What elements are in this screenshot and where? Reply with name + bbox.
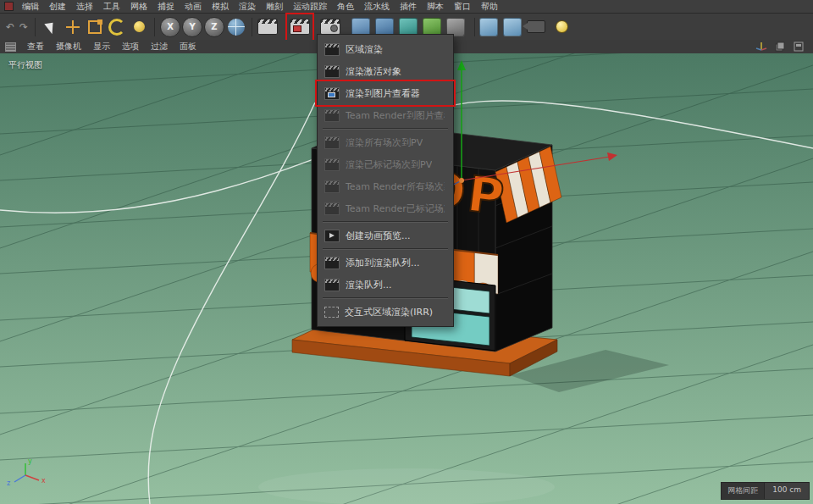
menu-help[interactable]: 帮助	[476, 1, 503, 13]
svg-text:x: x	[41, 477, 46, 485]
clapper-icon	[324, 202, 340, 215]
menu-item-teamrender-all-takes-pv[interactable]: Team Render所有场次到PV	[318, 175, 453, 197]
menu-item-add-to-render-queue[interactable]: 添加到渲染队列...	[318, 252, 453, 274]
menu-tools[interactable]: 工具	[98, 1, 125, 13]
clapper-icon	[324, 43, 340, 56]
x-axis-lock-button[interactable]: X	[160, 17, 180, 37]
render-dropdown-menu: 区域渲染 渲染激活对象 渲染到图片查看器 Team Render到图片查看器 渲…	[317, 34, 454, 327]
clapper-icon	[324, 279, 340, 291]
viewport-axis-gizmo-icon[interactable]	[755, 42, 767, 52]
clapper-icon	[324, 257, 340, 269]
watermark	[258, 468, 555, 504]
menu-mesh[interactable]: 网格	[125, 1, 152, 13]
menu-item-render-marked-takes-pv[interactable]: 渲染已标记场次到PV	[318, 153, 453, 175]
menu-window[interactable]: 窗口	[449, 1, 476, 13]
viewport-menu-options[interactable]: 选项	[116, 41, 145, 53]
viewport-maximize-icon[interactable]	[793, 42, 805, 52]
render-view-icon[interactable]	[257, 16, 279, 38]
world-axis-indicator: y x z	[7, 457, 46, 487]
menu-separator	[323, 221, 448, 223]
app-logo-icon	[4, 2, 14, 11]
menu-item-interactive-region-render[interactable]: 交互式区域渲染(IRR)	[318, 301, 453, 323]
toolbar-separator	[474, 18, 475, 36]
camera-icon[interactable]	[527, 20, 545, 33]
last-tool-icon[interactable]	[128, 16, 150, 38]
menu-select[interactable]: 选择	[71, 1, 98, 13]
viewport-corner-controls	[755, 42, 813, 52]
move-tool-icon[interactable]	[62, 16, 84, 38]
menu-pipeline[interactable]: 流水线	[359, 1, 395, 13]
clapper-icon	[324, 109, 340, 122]
clapper-picture-icon	[324, 87, 340, 100]
floor-icon[interactable]	[503, 18, 522, 36]
toolbar-separator	[154, 18, 155, 36]
viewport-menu-cameras[interactable]: 摄像机	[50, 41, 87, 53]
svg-text:z: z	[7, 479, 10, 487]
play-preview-icon	[324, 230, 340, 242]
grid-spacing-status: 网格间距 100 cm	[721, 482, 810, 500]
viewport-menu-filter[interactable]: 过滤	[145, 41, 174, 53]
menu-motion-tracker[interactable]: 运动跟踪	[288, 1, 332, 13]
viewport-menu-view[interactable]: 查看	[21, 41, 50, 53]
clapper-icon	[324, 180, 340, 193]
menu-sculpt[interactable]: 雕刻	[261, 1, 288, 13]
redo-icon[interactable]: ↷	[17, 18, 30, 36]
menu-character[interactable]: 角色	[332, 1, 359, 13]
menu-item-render-to-picture-viewer[interactable]: 渲染到图片查看器	[318, 82, 453, 104]
rotate-tool-icon[interactable]	[106, 16, 128, 38]
menu-item-render-all-takes-pv[interactable]: 渲染所有场次到PV	[318, 131, 453, 153]
environment-icon[interactable]	[479, 18, 498, 36]
menu-animate[interactable]: 动画	[180, 1, 207, 13]
main-menu-bar: 编辑 创建 选择 工具 网格 捕捉 动画 模拟 渲染 雕刻 运动跟踪 角色 流水…	[0, 0, 813, 14]
viewport-cube-icon[interactable]	[774, 42, 786, 52]
menu-simulate[interactable]: 模拟	[207, 1, 234, 13]
toolbar-separator	[35, 18, 36, 36]
menu-item-region-render[interactable]: 区域渲染	[318, 38, 453, 60]
viewport-menu-icon[interactable]	[5, 42, 16, 52]
menu-separator	[323, 128, 448, 130]
menu-item-teamrender-marked-takes-pv[interactable]: Team Render已标记场次到PV	[318, 197, 453, 219]
grid-spacing-label: 网格间距	[722, 483, 764, 499]
clapper-icon	[324, 136, 340, 149]
render-to-picture-viewer-icon[interactable]	[289, 16, 311, 38]
menu-render[interactable]: 渲染	[234, 1, 261, 13]
menu-create[interactable]: 创建	[44, 1, 71, 13]
menu-separator	[323, 297, 448, 299]
menu-item-render-active-object[interactable]: 渲染激活对象	[318, 60, 453, 82]
light-icon[interactable]	[550, 16, 572, 38]
y-axis-lock-button[interactable]: Y	[182, 17, 202, 37]
select-tool-icon[interactable]	[40, 16, 62, 38]
menu-item-render-queue[interactable]: 渲染队列...	[318, 274, 453, 296]
menu-script[interactable]: 脚本	[422, 1, 449, 13]
undo-icon[interactable]: ↶	[3, 18, 17, 36]
viewport-menu-display[interactable]: 显示	[87, 41, 116, 53]
view-label: 平行视图	[8, 59, 42, 71]
svg-text:y: y	[28, 457, 32, 465]
menu-item-teamrender-to-picture-viewer[interactable]: Team Render到图片查看器	[318, 104, 453, 126]
grid-spacing-value: 100 cm	[764, 483, 809, 499]
viewport-menu-panel[interactable]: 面板	[174, 41, 202, 53]
irr-frame-icon	[324, 307, 339, 318]
coordinate-system-icon[interactable]	[225, 16, 247, 38]
scale-tool-icon[interactable]	[84, 16, 106, 38]
menu-separator	[323, 248, 448, 250]
menu-plugins[interactable]: 插件	[395, 1, 422, 13]
toolbar-separator	[252, 18, 252, 36]
clapper-icon	[324, 65, 340, 78]
menu-snap[interactable]: 捕捉	[152, 1, 180, 13]
menu-item-make-preview[interactable]: 创建动画预览...	[318, 224, 453, 246]
z-axis-lock-button[interactable]: Z	[204, 17, 224, 37]
application-window: 编辑 创建 选择 工具 网格 捕捉 动画 模拟 渲染 雕刻 运动跟踪 角色 流水…	[0, 0, 813, 504]
menu-edit[interactable]: 编辑	[17, 1, 44, 13]
clapper-icon	[324, 158, 340, 171]
